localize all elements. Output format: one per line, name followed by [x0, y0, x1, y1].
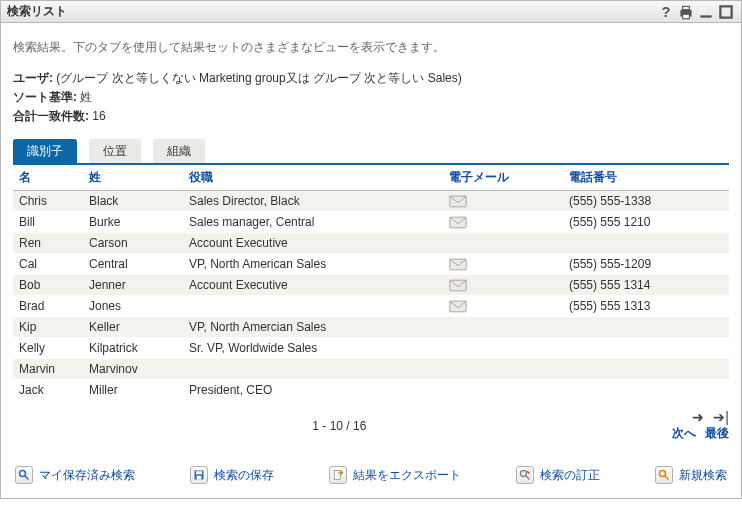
mail-icon[interactable]	[449, 258, 557, 271]
cell-title	[183, 359, 443, 380]
filter-user: ユーザ: (グループ 次と等しくない Marketing group又は グルー…	[13, 70, 729, 87]
revise-search-label: 検索の訂正	[540, 467, 600, 484]
new-search-button[interactable]: 新規検索	[655, 466, 727, 484]
total-matches: 合計一致件数: 16	[13, 108, 729, 125]
cell-last-name: Black	[83, 191, 183, 212]
table-row[interactable]: BillBurkeSales manager, Central(555) 555…	[13, 212, 729, 233]
minimize-icon[interactable]	[697, 3, 715, 21]
col-last-name[interactable]: 姓	[83, 165, 183, 191]
svg-rect-5	[720, 6, 731, 17]
mail-icon[interactable]	[449, 216, 557, 229]
table-row[interactable]: ChrisBlackSales Director, Black(555) 555…	[13, 191, 729, 212]
svg-line-18	[526, 476, 530, 480]
table-header-row: 名 姓 役職 電子メール 電話番号	[13, 165, 729, 191]
cell-email[interactable]	[443, 191, 563, 212]
svg-point-19	[660, 471, 666, 477]
mail-icon[interactable]	[449, 195, 557, 208]
titlebar: 検索リスト ?	[1, 1, 741, 23]
table-row[interactable]: BobJennerAccount Executive(555) 555 1314	[13, 275, 729, 296]
svg-rect-16	[334, 471, 340, 480]
last-link[interactable]: 最後	[705, 426, 729, 440]
table-row[interactable]: RenCarsonAccount Executive	[13, 233, 729, 254]
cell-first-name: Ren	[13, 233, 83, 254]
table-row[interactable]: KellyKilpatrickSr. VP, Worldwide Sales	[13, 338, 729, 359]
svg-rect-15	[197, 476, 202, 480]
cell-last-name: Burke	[83, 212, 183, 233]
cell-last-name: Carson	[83, 233, 183, 254]
table-row[interactable]: JackMillerPresident, CEO	[13, 380, 729, 401]
cell-title: Sr. VP, Worldwide Sales	[183, 338, 443, 359]
help-icon[interactable]: ?	[657, 3, 675, 21]
maximize-icon[interactable]	[717, 3, 735, 21]
cell-first-name: Cal	[13, 254, 83, 275]
save-search-button[interactable]: 検索の保存	[190, 466, 274, 484]
revise-search-button[interactable]: 検索の訂正	[516, 466, 600, 484]
cell-title: Sales Director, Black	[183, 191, 443, 212]
col-first-name[interactable]: 名	[13, 165, 83, 191]
cell-first-name: Kip	[13, 317, 83, 338]
tab-identifier[interactable]: 識別子	[13, 139, 77, 163]
mail-icon[interactable]	[449, 279, 557, 292]
svg-rect-14	[196, 471, 202, 474]
search-list-window: 検索リスト ? 検索結果。下のタブを使用して結果セットのさまざまなビューを表示で…	[0, 0, 742, 499]
mail-icon[interactable]	[449, 300, 557, 313]
next-link[interactable]: 次へ	[672, 426, 696, 440]
save-icon	[190, 466, 208, 484]
description-text: 検索結果。下のタブを使用して結果セットのさまざまなビューを表示できます。	[13, 39, 729, 56]
svg-point-11	[20, 471, 26, 477]
sort-value: 姓	[80, 90, 92, 104]
cell-title: Account Executive	[183, 275, 443, 296]
cell-email[interactable]	[443, 254, 563, 275]
svg-rect-4	[700, 15, 711, 17]
table-row[interactable]: CalCentralVP, North American Sales(555) …	[13, 254, 729, 275]
svg-point-17	[521, 471, 527, 477]
save-search-label: 検索の保存	[214, 467, 274, 484]
cell-phone: (555) 555 1314	[563, 275, 729, 296]
print-icon[interactable]	[677, 3, 695, 21]
col-title[interactable]: 役職	[183, 165, 443, 191]
cell-title: Sales manager, Central	[183, 212, 443, 233]
sort-criteria: ソート基準: 姓	[13, 89, 729, 106]
cell-first-name: Bob	[13, 275, 83, 296]
cell-phone	[563, 380, 729, 401]
cell-email[interactable]	[443, 296, 563, 317]
table-row[interactable]: MarvinMarvinov	[13, 359, 729, 380]
cell-email	[443, 317, 563, 338]
new-search-icon	[655, 466, 673, 484]
cell-email	[443, 233, 563, 254]
filter-user-value: (グループ 次と等しくない Marketing group又は グループ 次と等…	[56, 71, 461, 85]
cell-phone: (555) 555 1313	[563, 296, 729, 317]
svg-line-20	[665, 476, 669, 480]
col-phone[interactable]: 電話番号	[563, 165, 729, 191]
cell-last-name: Kilpatrick	[83, 338, 183, 359]
export-results-label: 結果をエクスポート	[353, 467, 461, 484]
next-arrow-icon[interactable]: ➜	[692, 409, 704, 425]
cell-phone: (555) 555-1338	[563, 191, 729, 212]
cell-first-name: Jack	[13, 380, 83, 401]
cell-phone: (555) 555-1209	[563, 254, 729, 275]
cell-phone	[563, 317, 729, 338]
revise-icon	[516, 466, 534, 484]
export-icon	[329, 466, 347, 484]
svg-rect-3	[683, 14, 690, 19]
results-table: 名 姓 役職 電子メール 電話番号 ChrisBlackSales Direct…	[13, 165, 729, 401]
cell-last-name: Jones	[83, 296, 183, 317]
filter-user-label: ユーザ:	[13, 71, 53, 85]
footer-actions: マイ保存済み検索 検索の保存 結果をエクスポート 検索の訂正	[13, 466, 729, 484]
pager: 1 - 10 / 16 ➜ ➔| 次へ 最後	[13, 409, 729, 442]
cell-last-name: Jenner	[83, 275, 183, 296]
cell-last-name: Central	[83, 254, 183, 275]
cell-first-name: Chris	[13, 191, 83, 212]
col-email[interactable]: 電子メール	[443, 165, 563, 191]
export-results-button[interactable]: 結果をエクスポート	[329, 466, 461, 484]
tab-location[interactable]: 位置	[89, 139, 141, 163]
my-saved-searches-button[interactable]: マイ保存済み検索	[15, 466, 135, 484]
cell-email[interactable]	[443, 275, 563, 296]
last-arrow-icon[interactable]: ➔|	[713, 409, 729, 425]
table-row[interactable]: BradJones(555) 555 1313	[13, 296, 729, 317]
cell-email[interactable]	[443, 212, 563, 233]
cell-first-name: Kelly	[13, 338, 83, 359]
tab-organization[interactable]: 組織	[153, 139, 205, 163]
cell-phone	[563, 338, 729, 359]
table-row[interactable]: KipKellerVP, North Amercian Sales	[13, 317, 729, 338]
